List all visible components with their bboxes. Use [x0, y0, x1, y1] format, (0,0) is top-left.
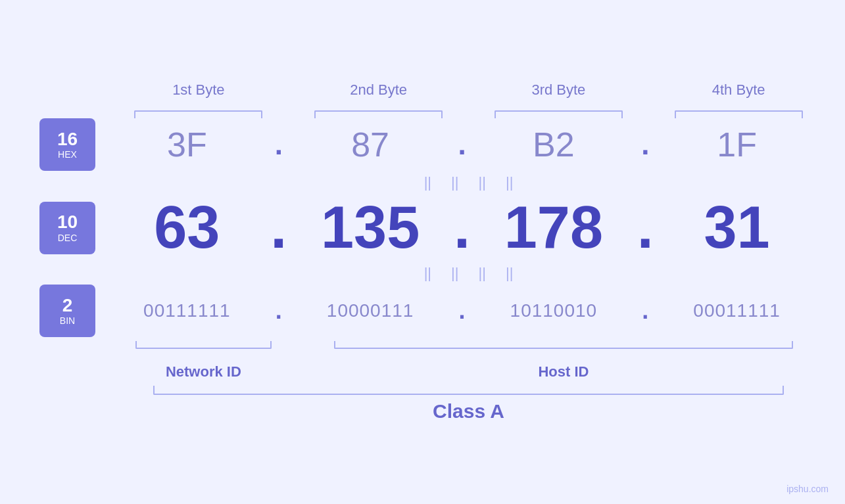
hex-dot-2: . — [452, 128, 472, 161]
hex-value-2: 87 — [289, 125, 452, 164]
network-id-label: Network ID — [118, 363, 289, 380]
bin-value-2: 10000111 — [289, 300, 452, 321]
hex-value-4: 1F — [655, 125, 819, 164]
main-container: 1st Byte 2nd Byte 3rd Byte 4th Byte 16 H… — [0, 0, 845, 504]
bin-badge: 2 BIN — [39, 285, 95, 337]
class-bracket — [153, 386, 784, 395]
dec-base-label: DEC — [58, 233, 78, 243]
bracket-top-3 — [479, 99, 639, 118]
hex-base-number: 16 — [57, 129, 78, 150]
dec-value-3: 178 — [472, 194, 636, 262]
byte2-header: 2nd Byte — [299, 81, 459, 99]
watermark: ipshu.com — [786, 484, 829, 494]
eq2-2: || — [451, 265, 458, 282]
dec-value-1: 63 — [105, 194, 269, 262]
bin-dot-2: . — [452, 297, 472, 325]
byte1-header: 1st Byte — [118, 81, 279, 99]
class-label: Class A — [433, 400, 504, 423]
eq1-3: || — [479, 174, 486, 191]
eq2-4: || — [506, 265, 513, 282]
dec-dot-2: . — [452, 194, 472, 262]
byte4-header: 4th Byte — [658, 81, 819, 99]
equals-row-2: || || || || — [424, 262, 514, 285]
dec-badge: 10 DEC — [39, 202, 95, 254]
bin-value-4: 00011111 — [655, 300, 819, 321]
hex-badge: 16 HEX — [39, 118, 95, 171]
bracket-top-1 — [118, 99, 279, 118]
network-bracket-container — [118, 341, 289, 361]
dec-value-4: 31 — [655, 194, 819, 262]
hex-dot-1: . — [269, 128, 289, 161]
bracket-top-4 — [658, 99, 819, 118]
eq1-1: || — [424, 174, 431, 191]
eq2-1: || — [424, 265, 431, 282]
dec-values: 63 . 135 . 178 . 31 — [105, 194, 819, 262]
byte3-header: 3rd Byte — [479, 81, 639, 99]
hex-values: 3F . 87 . B2 . 1F — [105, 125, 819, 164]
network-bracket — [135, 341, 272, 349]
bottom-section — [118, 341, 819, 361]
bin-values: 00111111 . 10000111 . 10110010 . 0001111… — [105, 297, 819, 325]
equals-row-1: || || || || — [424, 171, 514, 194]
dec-dot-1: . — [269, 194, 289, 262]
eq1-2: || — [451, 174, 458, 191]
bin-value-1: 00111111 — [105, 300, 269, 321]
bin-row: 2 BIN 00111111 . 10000111 . 10110010 . 0… — [26, 285, 819, 337]
id-labels: Network ID Host ID — [118, 363, 819, 380]
bin-base-number: 2 — [62, 296, 73, 316]
bin-dot-3: . — [635, 297, 655, 325]
top-brackets — [118, 99, 819, 118]
hex-row: 16 HEX 3F . 87 . B2 . 1F — [26, 118, 819, 171]
dec-dot-3: . — [635, 194, 655, 262]
host-id-label: Host ID — [308, 363, 819, 380]
dec-base-number: 10 — [57, 212, 78, 233]
hex-base-label: HEX — [58, 149, 77, 160]
bin-dot-1: . — [269, 297, 289, 325]
eq2-3: || — [479, 265, 486, 282]
host-bracket-container — [308, 341, 819, 361]
host-bracket — [334, 341, 794, 349]
hex-value-1: 3F — [105, 125, 269, 164]
byte-headers: 1st Byte 2nd Byte 3rd Byte 4th Byte — [26, 81, 819, 99]
bin-base-label: BIN — [60, 315, 75, 326]
hex-value-3: B2 — [472, 125, 636, 164]
bin-value-3: 10110010 — [472, 300, 636, 321]
dec-row: 10 DEC 63 . 135 . 178 . 31 — [26, 194, 819, 262]
class-section: Class A — [118, 386, 819, 423]
eq1-4: || — [506, 174, 513, 191]
bracket-top-2 — [299, 99, 459, 118]
hex-dot-3: . — [635, 128, 655, 161]
dec-value-2: 135 — [289, 194, 452, 262]
